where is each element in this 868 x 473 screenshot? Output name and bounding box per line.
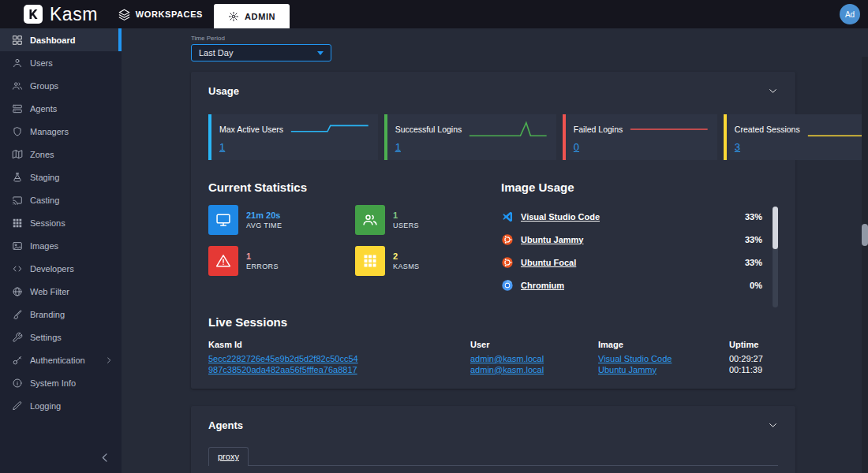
user-link[interactable]: admin@kasm.local (470, 354, 544, 365)
user-avatar[interactable]: Ad (840, 4, 860, 24)
sidebar-item-sessions[interactable]: Sessions (0, 211, 122, 234)
sidebar-item-casting[interactable]: Casting (0, 188, 122, 211)
sidebar-item-label: Sessions (30, 218, 65, 228)
usage-card: Usage Max Active Users 1 Successful Logi… (191, 72, 795, 389)
brand[interactable]: Kasm (24, 4, 98, 25)
sidebar-item-label: Branding (30, 310, 65, 319)
tab-proxy[interactable]: proxy (208, 447, 249, 466)
sparkline-chart (468, 120, 548, 139)
nav-workspaces-label: WORKSPACES (136, 9, 203, 19)
sidebar-item-managers[interactable]: Managers (0, 120, 122, 143)
image-usage-percent: 33% (745, 258, 762, 267)
sidebar-collapse-button[interactable] (98, 451, 111, 467)
sidebar-item-images[interactable]: Images (0, 234, 122, 257)
ubuntu-icon (501, 233, 514, 246)
code-icon (12, 263, 23, 274)
sidebar-item-label: System Info (30, 378, 76, 388)
scrollbar-thumb[interactable] (862, 224, 868, 246)
column-header: Image (598, 340, 623, 354)
stat-avg-time: 21m 20s AVG TIME (208, 205, 355, 235)
sidebar-item-authentication[interactable]: Authentication (0, 348, 122, 371)
image-usage-percent: 33% (745, 212, 762, 222)
image-usage-scrollbar (773, 207, 778, 307)
agents-tabbar: proxy (208, 447, 778, 466)
groups-icon (12, 80, 23, 91)
sidebar-item-label: Zones (30, 150, 54, 159)
pencil-icon (12, 400, 23, 412)
sidebar-item-branding[interactable]: Branding (0, 303, 122, 326)
warning-icon (208, 246, 238, 276)
sidebar-item-label: Users (30, 58, 53, 68)
sidebar-item-system-info[interactable]: System Info (0, 371, 122, 394)
tile-value-link[interactable]: 1 (219, 141, 225, 153)
image-usage-percent: 0% (750, 281, 762, 290)
sidebar-item-logging[interactable]: Logging (0, 394, 122, 417)
image-name-link[interactable]: Visual Studio Code (521, 212, 600, 222)
kasm-id-link[interactable]: 987c38520ada482aa56f5fffea76a8817 (208, 365, 357, 376)
sidebar-item-zones[interactable]: Zones (0, 143, 122, 166)
current-statistics-grid: 21m 20s AVG TIME 1 USERS (208, 205, 477, 276)
sidebar-item-developers[interactable]: Developers (0, 257, 122, 280)
nav-admin-label: ADMIN (245, 12, 275, 21)
sidebar-item-web-filter[interactable]: Web Filter (0, 280, 122, 303)
main-content: Time Period Last Day Usage Max Active Us… (122, 28, 868, 473)
stat-label: USERS (393, 222, 419, 229)
nav-workspaces[interactable]: WORKSPACES (118, 9, 203, 20)
agent-details: Status: Healthy Sessions: 2 Total Memory… (208, 466, 778, 473)
stat-value: 1 (393, 210, 419, 220)
sidebar-item-dashboard[interactable]: Dashboard (0, 28, 122, 51)
kasm-id-link[interactable]: 5ecc2282726e45e9b2d5d2f82c50cc54 (208, 354, 358, 365)
uptime-value: 00:29:27 (729, 354, 763, 365)
uptime-value: 00:11:39 (729, 365, 762, 376)
image-name-link[interactable]: Ubuntu Focal (521, 258, 576, 267)
nav-admin-tab[interactable]: ADMIN (214, 4, 290, 28)
ubuntu-icon (501, 256, 514, 269)
sidebar-item-label: Staging (30, 173, 59, 182)
tile-value-link[interactable]: 0 (574, 141, 579, 153)
sidebar-item-label: Authentication (30, 356, 85, 365)
sidebar-item-label: Settings (30, 333, 62, 342)
groups-icon (355, 205, 385, 235)
image-link[interactable]: Ubuntu Jammy (598, 365, 657, 376)
time-period-select[interactable]: Last Day (191, 44, 331, 61)
tile-value-link[interactable]: 1 (395, 141, 401, 153)
top-bar: Kasm WORKSPACES ADMIN Ad (0, 0, 868, 28)
flask-icon (12, 172, 23, 183)
sidebar-item-label: Dashboard (30, 35, 75, 45)
time-period-value: Last Day (199, 48, 233, 58)
stat-kasms: 2 KASMS (355, 246, 477, 276)
live-sessions-table: Kasm Id User Image Uptime 5ecc2282726e45… (208, 340, 778, 375)
image-link[interactable]: Visual Studio Code (598, 354, 672, 365)
image-name-link[interactable]: Chromium (521, 281, 564, 290)
stat-users: 1 USERS (355, 205, 477, 235)
collapse-chevron-icon[interactable] (768, 86, 778, 96)
agents-card: Agents proxy Status: Healthy Sessions: 2… (191, 406, 795, 473)
usage-card-title: Usage (208, 85, 239, 97)
gear-icon (228, 11, 239, 22)
image-name-link[interactable]: Ubuntu Jammy (521, 235, 583, 244)
image-usage-title: Image Usage (501, 181, 762, 194)
sidebar-item-staging[interactable]: Staging (0, 166, 122, 188)
stat-label: KASMS (393, 263, 420, 270)
scrollbar-thumb[interactable] (773, 207, 778, 249)
image-usage-row: Visual Studio Code 33% (501, 205, 762, 228)
sidebar-item-users[interactable]: Users (0, 51, 122, 74)
brand-name: Kasm (50, 4, 98, 25)
sidebar-item-agents[interactable]: Agents (0, 97, 122, 120)
sidebar: Dashboard Users Groups Agents Managers Z… (0, 28, 122, 473)
sidebar-item-label: Web Filter (30, 287, 69, 296)
collapse-chevron-icon[interactable] (768, 420, 778, 430)
sidebar-item-groups[interactable]: Groups (0, 74, 122, 97)
user-icon (12, 58, 23, 69)
server-icon (12, 103, 23, 114)
chevron-right-icon (104, 356, 114, 365)
usage-tiles: Max Active Users 1 Successful Logins 1 F… (208, 114, 778, 160)
chevron-down-icon (317, 51, 324, 55)
user-link[interactable]: admin@kasm.local (470, 365, 544, 376)
chevron-left-icon (98, 451, 111, 464)
wrench-icon (12, 332, 23, 343)
tile-value-link[interactable]: 3 (735, 141, 740, 153)
sidebar-item-settings[interactable]: Settings (0, 326, 122, 348)
kasm-logo-icon (24, 5, 43, 24)
brush-icon (12, 309, 23, 320)
